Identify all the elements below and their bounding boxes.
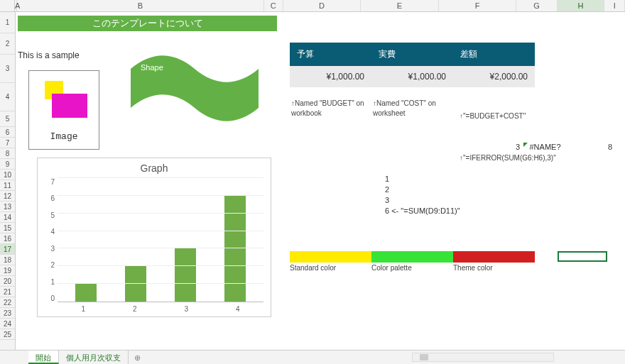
cell-cost-val[interactable]: ¥1,000.00 <box>371 66 453 87</box>
shape-label: Shape <box>141 63 163 72</box>
row-header-5[interactable]: 5 <box>0 111 15 127</box>
table-header-row: 予算 実費 差額 <box>290 43 535 66</box>
budget-table[interactable]: 予算 実費 差額 ¥1,000.00 ¥1,000.00 ¥2,000.00 <box>290 43 535 87</box>
note-budget-name: ↑Named "BUDGET" on workbook <box>291 99 369 118</box>
row-header-21[interactable]: 21 <box>0 287 15 297</box>
cell-h6-error[interactable]: #NAME? <box>523 143 562 151</box>
color-swatches <box>290 251 535 263</box>
horizontal-scrollbar[interactable] <box>412 353 554 362</box>
row-header-23[interactable]: 23 <box>0 308 15 319</box>
row-header-1[interactable]: 1 <box>0 12 15 33</box>
col-cost[interactable]: 実費 <box>371 43 453 66</box>
add-sheet-button[interactable]: ⊕ <box>129 351 146 364</box>
row-headers: 1234567891011121314151617181920212223242… <box>0 12 16 350</box>
active-cell-outline[interactable] <box>558 251 607 262</box>
cell-d9[interactable]: 1 <box>385 175 389 183</box>
bar-chart[interactable]: Graph 76543210 1234 <box>37 158 271 317</box>
row-header-20[interactable]: 20 <box>0 276 15 287</box>
cell-d12[interactable]: 6 <- "=SUM(D9:D11)" <box>385 206 460 215</box>
col-budget[interactable]: 予算 <box>290 43 371 66</box>
swatch-labels: Standard color Color palette Theme color <box>290 264 535 272</box>
chart-bar <box>75 284 97 302</box>
cell-g6[interactable]: 3 <box>499 143 520 151</box>
row-header-8[interactable]: 8 <box>0 148 15 159</box>
row-header-25[interactable]: 25 <box>0 329 15 340</box>
tab-start[interactable]: 開始 <box>28 351 59 364</box>
chart-y-axis: 76543210 <box>45 178 58 302</box>
swatch-standard[interactable] <box>290 251 371 263</box>
cell-i6[interactable]: 8 <box>598 143 612 151</box>
table-row: ¥1,000.00 ¥1,000.00 ¥2,000.00 <box>290 66 535 87</box>
row-header-9[interactable]: 9 <box>0 159 15 170</box>
row-header-14[interactable]: 14 <box>0 212 15 223</box>
row-header-17[interactable]: 17 <box>0 244 15 255</box>
select-all-corner[interactable] <box>0 0 15 11</box>
swatch-label-palette: Color palette <box>371 264 453 272</box>
row-header-13[interactable]: 13 <box>0 202 15 212</box>
image-shapes <box>29 71 99 128</box>
row-header-3[interactable]: 3 <box>0 55 15 83</box>
worksheet-grid[interactable]: このテンプレートについて This is a sample Image Shap… <box>16 12 625 350</box>
row-header-24[interactable]: 24 <box>0 319 15 329</box>
image-placeholder[interactable]: Image <box>28 70 99 150</box>
image-label: Image <box>29 128 99 142</box>
swatch-label-standard: Standard color <box>290 264 371 272</box>
col-header-H[interactable]: H <box>558 0 605 11</box>
row-header-4[interactable]: 4 <box>0 83 15 111</box>
magenta-square-icon <box>52 94 87 118</box>
row-header-10[interactable]: 10 <box>0 170 15 180</box>
row-header-12[interactable]: 12 <box>0 191 15 202</box>
title-banner: このテンプレートについて <box>18 16 277 31</box>
cell-diff-val[interactable]: ¥2,000.00 <box>453 66 535 87</box>
col-header-D[interactable]: D <box>283 0 362 11</box>
note-iferror: ↑"=IFERROR(SUM(G6:H6),3)" <box>460 153 556 163</box>
tab-personal-monthly[interactable]: 個人用月次収支 <box>59 351 129 364</box>
col-header-F[interactable]: F <box>439 0 517 11</box>
note-cost-name: ↑Named "COST" on worksheet <box>373 99 451 118</box>
row-header-22[interactable]: 22 <box>0 297 15 308</box>
chart-title: Graph <box>45 162 263 174</box>
scroll-thumb[interactable] <box>420 354 428 360</box>
col-header-B[interactable]: B <box>17 0 264 11</box>
col-header-I[interactable]: I <box>604 0 625 11</box>
cell-d10[interactable]: 2 <box>385 185 389 194</box>
row-header-2[interactable]: 2 <box>0 33 15 55</box>
wave-shape[interactable]: Shape <box>131 55 259 122</box>
col-header-C[interactable]: C <box>264 0 283 11</box>
chart-plot <box>58 178 263 302</box>
sample-text-cell[interactable]: This is a sample <box>18 50 80 60</box>
col-diff[interactable]: 差額 <box>453 43 535 66</box>
swatch-label-theme: Theme color <box>453 264 535 272</box>
swatch-palette[interactable] <box>371 251 453 263</box>
row-header-15[interactable]: 15 <box>0 223 15 233</box>
sheet-tabs: 開始 個人用月次収支 ⊕ <box>0 350 625 364</box>
col-header-E[interactable]: E <box>361 0 439 11</box>
col-header-G[interactable]: G <box>516 0 557 11</box>
row-header-19[interactable]: 19 <box>0 265 15 276</box>
row-header-18[interactable]: 18 <box>0 255 15 265</box>
note-sum-formula: ↑"=BUDGET+COST" <box>460 111 526 121</box>
cell-budget-val[interactable]: ¥1,000.00 <box>290 66 371 87</box>
row-header-16[interactable]: 16 <box>0 233 15 244</box>
chart-x-axis: 1234 <box>58 302 263 313</box>
row-header-7[interactable]: 7 <box>0 138 15 148</box>
cell-d11[interactable]: 3 <box>385 196 389 204</box>
chart-bar <box>175 248 196 302</box>
column-headers: ABCDEFGHI <box>0 0 625 12</box>
row-header-6[interactable]: 6 <box>0 127 15 138</box>
row-header-11[interactable]: 11 <box>0 180 15 191</box>
swatch-theme[interactable] <box>453 251 535 263</box>
